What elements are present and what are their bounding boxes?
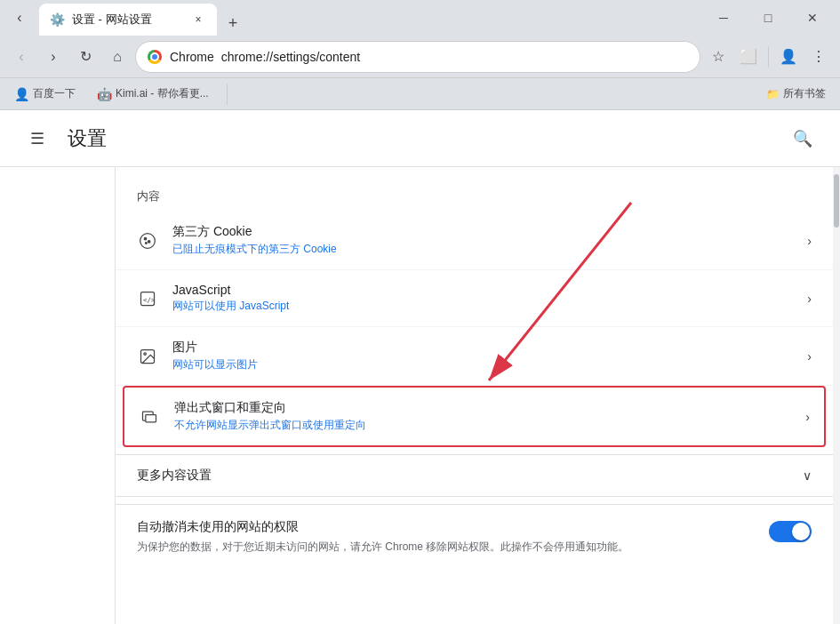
close-btn[interactable]: ✕ <box>792 4 833 32</box>
popup-title: 弹出式窗口和重定向 <box>174 400 791 416</box>
more-settings-label: 更多内容设置 <box>137 468 788 484</box>
cookie-title: 第三方 Cookie <box>172 224 793 240</box>
new-tab-btn[interactable]: + <box>220 11 245 36</box>
menu-btn[interactable]: ⋮ <box>804 43 833 71</box>
cookie-icon <box>137 230 158 252</box>
bookmark-baidu[interactable]: 👤 百度一下 <box>7 83 83 105</box>
profile-btn[interactable]: 👤 <box>774 43 803 71</box>
popup-text: 弹出式窗口和重定向 不允许网站显示弹出式窗口或使用重定向 <box>174 400 791 433</box>
auto-revoke-section: 自动撤消未使用的网站的权限 为保护您的数据，对于您近期未访问的网站，请允许 Ch… <box>116 504 833 569</box>
js-text: JavaScript 网站可以使用 JavaScript <box>172 283 793 314</box>
js-subtitle: 网站可以使用 JavaScript <box>172 299 793 314</box>
auto-revoke-desc: 为保护您的数据，对于您近期未访问的网站，请允许 Chrome 移除网站权限。此操… <box>137 539 755 555</box>
folder-icon: 📁 <box>766 88 780 100</box>
bookmark-kimi[interactable]: 🤖 Kimi.ai - 帮你看更... <box>90 83 216 105</box>
baidu-label: 百度一下 <box>33 86 76 101</box>
auto-revoke-row: 自动撤消未使用的网站的权限 为保护您的数据，对于您近期未访问的网站，请允许 Ch… <box>137 519 812 555</box>
title-bar: ‹ ⚙️ 设置 - 网站设置 × + ─ □ ✕ <box>0 0 840 36</box>
kimi-label: Kimi.ai - 帮你看更... <box>116 86 209 101</box>
toolbar-divider <box>768 46 769 68</box>
tabs-area: ⚙️ 设置 - 网站设置 × + <box>39 0 696 36</box>
auto-revoke-text: 自动撤消未使用的网站的权限 为保护您的数据，对于您近期未访问的网站，请允许 Ch… <box>137 519 755 555</box>
settings-content[interactable]: 内容 <box>116 167 833 624</box>
browser-frame: ‹ ⚙️ 设置 - 网站设置 × + ─ □ ✕ ‹ › ↻ ⌂ Chrome … <box>0 0 840 624</box>
popup-icon <box>139 406 160 428</box>
auto-revoke-title: 自动撤消未使用的网站的权限 <box>137 519 755 535</box>
images-icon <box>137 346 158 367</box>
content-section-label: 内容 <box>116 181 833 212</box>
chrome-logo-icon <box>147 49 163 65</box>
reload-btn[interactable]: ↻ <box>71 43 100 71</box>
settings-page: ☰ 设置 🔍 内容 <box>0 110 840 624</box>
javascript-item[interactable]: </> JavaScript 网站可以使用 JavaScript › <box>116 270 833 327</box>
settings-title: 设置 <box>68 125 107 152</box>
all-bookmarks-btn[interactable]: 📁 所有书签 <box>759 83 833 105</box>
third-party-cookie-item[interactable]: 第三方 Cookie 已阻止无痕模式下的第三方 Cookie › <box>116 212 833 270</box>
auto-revoke-toggle[interactable] <box>769 521 812 542</box>
toolbar: ‹ › ↻ ⌂ Chrome chrome://settings/content… <box>0 36 840 78</box>
bookmark-star-btn[interactable]: ☆ <box>704 43 732 71</box>
svg-point-7 <box>144 352 147 355</box>
settings-sidebar <box>0 167 116 624</box>
tab-title: 设置 - 网站设置 <box>72 12 183 28</box>
content-area: ☰ 设置 🔍 内容 <box>0 110 840 624</box>
popups-item[interactable]: 弹出式窗口和重定向 不允许网站显示弹出式窗口或使用重定向 › <box>123 386 826 447</box>
settings-scroll: 内容 <box>116 167 833 583</box>
address-bar[interactable]: Chrome chrome://settings/content <box>135 41 700 73</box>
toggle-knob <box>792 523 810 540</box>
images-text: 图片 网站可以显示图片 <box>172 340 793 372</box>
svg-point-2 <box>148 240 150 243</box>
hamburger-btn[interactable]: ☰ <box>21 123 53 155</box>
js-title: JavaScript <box>172 283 793 297</box>
window-controls-left: ‹ <box>7 5 32 30</box>
images-arrow-icon: › <box>807 349 812 364</box>
kimi-icon: 🤖 <box>97 87 112 101</box>
images-subtitle: 网站可以显示图片 <box>172 357 793 372</box>
tab-favicon: ⚙️ <box>50 12 65 27</box>
bookmarks-bar: 👤 百度一下 🤖 Kimi.ai - 帮你看更... 📁 所有书签 <box>0 78 840 110</box>
brand-label: Chrome <box>170 50 214 64</box>
bookmarks-divider <box>227 84 228 105</box>
back-btn[interactable]: ‹ <box>7 43 36 71</box>
svg-rect-9 <box>146 414 156 421</box>
minimize-btn[interactable]: ─ <box>703 4 744 32</box>
settings-body: 内容 <box>0 167 840 624</box>
tab-close-btn[interactable]: × <box>190 12 206 28</box>
svg-point-1 <box>144 237 147 240</box>
svg-point-3 <box>146 242 148 244</box>
forward-btn[interactable]: › <box>39 43 68 71</box>
cookie-subtitle: 已阻止无痕模式下的第三方 Cookie <box>172 242 793 257</box>
search-btn[interactable]: 🔍 <box>787 123 819 155</box>
cookie-arrow-icon: › <box>807 234 812 248</box>
popup-arrow-icon: › <box>805 410 810 424</box>
all-bookmarks-label: 所有书签 <box>783 86 826 101</box>
js-arrow-icon: › <box>807 292 812 306</box>
scrollbar-thumb[interactable] <box>834 174 839 228</box>
more-content-settings[interactable]: 更多内容设置 ∨ <box>116 454 833 497</box>
download-btn[interactable]: ⬜ <box>734 43 763 71</box>
js-icon: </> <box>137 288 158 309</box>
baidu-icon: 👤 <box>14 87 29 101</box>
images-title: 图片 <box>172 340 793 356</box>
address-text: chrome://settings/content <box>221 50 689 64</box>
images-item[interactable]: 图片 网站可以显示图片 › <box>116 327 833 386</box>
popup-subtitle: 不允许网站显示弹出式窗口或使用重定向 <box>174 418 791 433</box>
maximize-btn[interactable]: □ <box>748 4 788 32</box>
svg-text:</>: </> <box>143 296 156 304</box>
toolbar-right: ☆ ⬜ 👤 ⋮ <box>704 43 833 71</box>
tab-back-btn[interactable]: ‹ <box>7 5 32 30</box>
home-btn[interactable]: ⌂ <box>103 43 132 71</box>
cookie-text: 第三方 Cookie 已阻止无痕模式下的第三方 Cookie <box>172 224 793 257</box>
more-settings-chevron-icon: ∨ <box>803 468 812 483</box>
active-tab[interactable]: ⚙️ 设置 - 网站设置 × <box>39 4 217 36</box>
settings-header: ☰ 设置 🔍 <box>0 110 840 167</box>
window-controls-right: ─ □ ✕ <box>703 4 833 32</box>
scrollbar-track[interactable] <box>833 167 840 624</box>
